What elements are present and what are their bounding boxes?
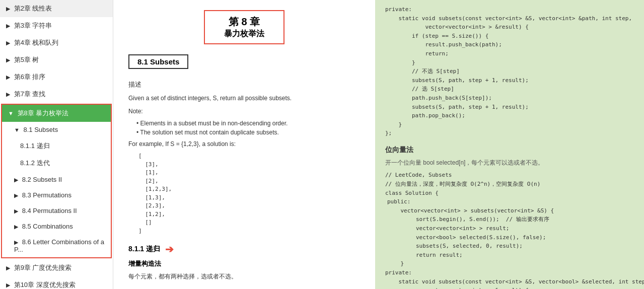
- method-desc: 每个元素，都有两种选择，选或者不选。: [128, 271, 360, 281]
- sidebar-item-ch8-812[interactable]: 8.1.2 迭代: [2, 155, 111, 172]
- example-text: For example, If S = {1,2,3}, a solution …: [128, 139, 360, 149]
- right-section2-desc: 开一个位向量 bool selected[n]，每个元素可以选或者不选。: [385, 158, 634, 168]
- sidebar-item-ch2[interactable]: ▶ 第2章 线性表: [0, 0, 113, 17]
- collapse-arrow-ch8-83: ▶: [14, 192, 18, 198]
- sidebar-item-ch8-81[interactable]: ▼ 8.1 Subsets: [2, 122, 111, 137]
- collapse-arrow-ch8-82: ▶: [14, 177, 18, 183]
- main-content: 第 8 章 暴力枚举法 8.1 Subsets 描述 Given a set o…: [113, 0, 644, 289]
- sidebar: ▶ 第2章 线性表 ▶ 第3章 字符串 ▶ 第4章 栈和队列 ▶ 第5章 树 ▶…: [0, 0, 113, 289]
- sidebar-item-ch8-84[interactable]: ▶ 8.4 Permutations II: [2, 203, 111, 219]
- right-code-block1: static void subsets(const vector<int> &S…: [385, 14, 634, 138]
- right-line2-3: vector<bool> selected(S.size(), false);: [385, 233, 634, 242]
- collapse-arrow-ch8-86: ▶: [14, 239, 18, 245]
- sidebar-item-ch5[interactable]: ▶ 第5章 树: [0, 51, 113, 68]
- right-private1: private:: [385, 5, 634, 14]
- bullet1: Elements in a subset must be in non-desc…: [136, 120, 360, 127]
- subsection-811-heading: 8.1.1 递归 ➔: [128, 243, 360, 255]
- collapse-arrow-ch10: ▶: [6, 282, 10, 288]
- collapse-arrow-ch4: ▶: [6, 40, 10, 46]
- collapse-arrow-ch8: ▼: [8, 110, 14, 116]
- code-example: [ [3], [1], [2], [1,2,3], [1,3], [2,3], …: [138, 152, 360, 235]
- code-comment1: // LeetCode, Subsets: [138, 285, 360, 289]
- collapse-arrow-ch5: ▶: [6, 57, 10, 63]
- right-public2: public:: [385, 197, 634, 206]
- sidebar-item-ch8-811[interactable]: 8.1.1 递归: [2, 137, 111, 155]
- collapse-arrow-ch2: ▶: [6, 6, 10, 12]
- right-section2-title: 位向量法: [385, 144, 634, 155]
- chapter-title-main: 第 8 章: [215, 15, 273, 29]
- right-code-block2: static void subsets(const vector<int> &S…: [385, 277, 634, 289]
- sidebar-ch8-section: ▼ 第8章 暴力枚举法 ▼ 8.1 Subsets 8.1.1 递归 8.1.2…: [1, 104, 112, 258]
- right-comment2-2: // 位向量法，深度，时间复杂度 O(2^n)，空间复杂度 O(n): [385, 180, 634, 189]
- sidebar-item-ch4[interactable]: ▶ 第4章 栈和队列: [0, 34, 113, 51]
- right-line2-4: subsets(S, selected, 0, result);: [385, 242, 634, 251]
- problem-text: Given a set of distinct integers, S, ret…: [128, 93, 360, 103]
- chapter-title-sub: 暴力枚举法: [215, 29, 273, 39]
- sidebar-item-ch6[interactable]: ▶ 第6章 排序: [0, 68, 113, 86]
- right-line2-1: sort(S.begin(), S.end()); // 输出要求有序: [385, 215, 634, 224]
- sidebar-item-ch8-82[interactable]: ▶ 8.2 Subsets II: [2, 172, 111, 187]
- collapse-arrow-ch9: ▶: [6, 265, 10, 271]
- sidebar-item-ch8-86[interactable]: ▶ 8.6 Letter Combinations of a P...: [2, 234, 111, 257]
- bullet2: The solution set must not contain duplic…: [136, 129, 360, 136]
- chapter-title-box: 第 8 章 暴力枚举法: [204, 10, 284, 44]
- right-line2-6: }: [385, 259, 634, 268]
- sidebar-item-ch9[interactable]: ▶ 第9章 广度优先搜索: [0, 259, 113, 276]
- desc-label: 描述: [128, 80, 360, 89]
- collapse-arrow-ch7: ▶: [6, 91, 10, 97]
- sidebar-item-ch8[interactable]: ▼ 第8章 暴力枚举法: [2, 105, 111, 122]
- sidebar-item-ch8-83[interactable]: ▶ 8.3 Permutations: [2, 187, 111, 203]
- collapse-arrow-ch3: ▶: [6, 23, 10, 29]
- right-line2-5: return result;: [385, 251, 634, 260]
- sidebar-item-ch3[interactable]: ▶ 第3章 字符串: [0, 17, 113, 34]
- method-title: 增量构造法: [128, 259, 360, 268]
- section-heading: 8.1 Subsets: [128, 54, 188, 69]
- center-panel: 第 8 章 暴力枚举法 8.1 Subsets 描述 Given a set o…: [113, 0, 375, 289]
- collapse-arrow-ch8-85: ▶: [14, 224, 18, 230]
- right-func2: vector<vector<int> > subsets(vector<int>…: [385, 206, 634, 215]
- right-panel: private: static void subsets(const vecto…: [375, 0, 644, 289]
- note-label: Note:: [128, 106, 360, 116]
- right-class2: class Solution {: [385, 189, 634, 198]
- collapse-arrow-ch8-84: ▶: [14, 208, 18, 214]
- right-line2-2: vector<vector<int> > result;: [385, 224, 634, 233]
- sidebar-item-ch8-85[interactable]: ▶ 8.5 Combinations: [2, 219, 111, 234]
- right-private2: private:: [385, 268, 634, 277]
- arrow-icon: ➔: [165, 243, 174, 255]
- collapse-arrow-ch8-81: ▼: [14, 127, 20, 133]
- collapse-arrow-ch6: ▶: [6, 74, 10, 80]
- right-comment2-1: // LeetCode, Subsets: [385, 171, 634, 180]
- sidebar-item-ch10[interactable]: ▶ 第10章 深度优先搜索: [0, 276, 113, 289]
- sidebar-item-ch7[interactable]: ▶ 第7章 查找: [0, 86, 113, 103]
